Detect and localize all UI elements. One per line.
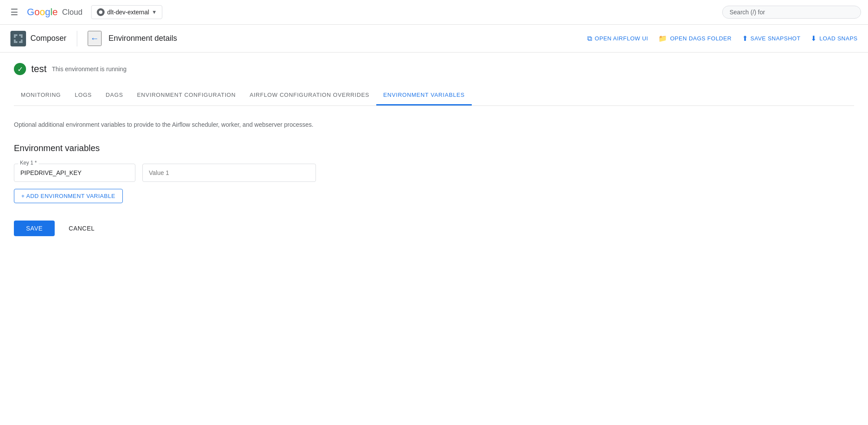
svg-rect-7 xyxy=(19,40,21,41)
top-nav: ☰ Google Cloud dlt-dev-external ▼ Search… xyxy=(0,0,868,25)
search-placeholder: Search (/) for xyxy=(730,9,765,16)
tab-environment-variables[interactable]: ENVIRONMENT VARIABLES xyxy=(376,86,472,105)
google-o2: o xyxy=(39,7,45,17)
svg-rect-5 xyxy=(19,36,21,38)
cancel-button[interactable]: CANCEL xyxy=(62,221,102,236)
download-icon: ⬇ xyxy=(811,34,817,43)
back-button[interactable]: ← xyxy=(88,31,102,46)
cloud-text: Cloud xyxy=(62,8,82,17)
upload-icon: ⬆ xyxy=(742,34,748,43)
add-variable-label: + ADD ENVIRONMENT VARIABLE xyxy=(21,193,115,199)
hamburger-icon[interactable]: ☰ xyxy=(7,3,22,21)
back-arrow-icon: ← xyxy=(90,33,99,43)
save-button[interactable]: SAVE xyxy=(14,221,55,236)
section-title: Environment variables xyxy=(14,143,854,153)
open-airflow-ui-button[interactable]: ⧉ OPEN AIRFLOW UI xyxy=(587,35,648,43)
main-content: ✓ test This environment is running MONIT… xyxy=(0,53,868,247)
variable-row-1: Key 1 * xyxy=(14,164,854,182)
load-snapshot-button[interactable]: ⬇ LOAD SNAPS xyxy=(811,34,858,43)
composer-logo: Composer xyxy=(10,31,66,46)
project-dot-icon xyxy=(97,8,105,16)
description-text: Optional additional environment variable… xyxy=(14,120,318,129)
folder-icon: 📁 xyxy=(658,34,667,43)
google-g: G xyxy=(27,7,34,17)
open-dags-folder-button[interactable]: 📁 OPEN DAGS FOLDER xyxy=(658,34,731,43)
environment-name: test xyxy=(31,63,46,75)
load-snapshot-label: LOAD SNAPS xyxy=(819,35,858,42)
google-g2: g xyxy=(45,7,50,17)
tabs-bar: MONITORING LOGS DAGS ENVIRONMENT CONFIGU… xyxy=(14,86,854,106)
svg-rect-6 xyxy=(16,40,17,41)
project-selector[interactable]: dlt-dev-external ▼ xyxy=(91,5,162,19)
composer-svg-icon xyxy=(13,33,23,44)
open-airflow-label: OPEN AIRFLOW UI xyxy=(595,35,648,42)
key-input-1[interactable] xyxy=(14,164,135,182)
save-snapshot-button[interactable]: ⬆ SAVE SNAPSHOT xyxy=(742,34,801,43)
google-e: e xyxy=(53,7,58,17)
status-check-icon: ✓ xyxy=(14,63,26,75)
search-bar[interactable]: Search (/) for xyxy=(722,6,861,19)
tab-environment-configuration[interactable]: ENVIRONMENT CONFIGURATION xyxy=(130,86,243,105)
project-dropdown-arrow-icon: ▼ xyxy=(152,9,157,15)
environment-running-text: This environment is running xyxy=(52,66,126,72)
save-snapshot-label: SAVE SNAPSHOT xyxy=(750,35,800,42)
header-actions: ⧉ OPEN AIRFLOW UI 📁 OPEN DAGS FOLDER ⬆ S… xyxy=(587,34,858,43)
tab-logs[interactable]: LOGS xyxy=(68,86,99,105)
page-title: Environment details xyxy=(108,34,177,43)
value-input-1[interactable] xyxy=(142,164,316,182)
tab-monitoring[interactable]: MONITORING xyxy=(14,86,68,105)
project-name: dlt-dev-external xyxy=(107,9,149,16)
environment-status: ✓ test This environment is running xyxy=(14,63,854,75)
header-divider xyxy=(77,31,77,46)
checkmark-icon: ✓ xyxy=(17,65,23,73)
google-cloud-logo: Google Cloud xyxy=(27,7,82,18)
value-field-group xyxy=(142,164,316,182)
add-environment-variable-button[interactable]: + ADD ENVIRONMENT VARIABLE xyxy=(14,189,123,203)
key-field-label: Key 1 * xyxy=(18,160,39,166)
open-dags-label: OPEN DAGS FOLDER xyxy=(670,35,732,42)
svg-rect-4 xyxy=(16,36,17,38)
secondary-header: Composer ← Environment details ⧉ OPEN AI… xyxy=(0,25,868,53)
tab-dags[interactable]: DAGS xyxy=(99,86,130,105)
action-buttons: SAVE CANCEL xyxy=(14,221,854,236)
external-link-icon: ⧉ xyxy=(587,35,592,43)
tab-airflow-configuration-overrides[interactable]: AIRFLOW CONFIGURATION OVERRIDES xyxy=(243,86,376,105)
key-field-group: Key 1 * xyxy=(14,164,135,182)
composer-title: Composer xyxy=(30,34,66,43)
google-o1: o xyxy=(34,7,39,17)
composer-icon xyxy=(10,31,26,46)
